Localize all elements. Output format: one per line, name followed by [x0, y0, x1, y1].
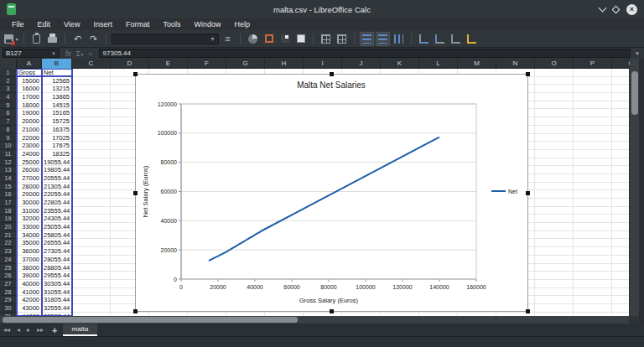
cell-O24[interactable] — [535, 256, 574, 264]
cell-O8[interactable] — [535, 126, 574, 134]
cell-P26[interactable] — [574, 272, 612, 280]
cell-P29[interactable] — [574, 296, 612, 304]
cell-C29[interactable] — [72, 296, 111, 304]
cell-P2[interactable] — [574, 77, 612, 85]
cell-C24[interactable] — [72, 256, 111, 264]
cell-P27[interactable] — [574, 280, 612, 288]
row-header-25[interactable]: 25 — [0, 264, 17, 272]
vertical-scrollbar-thumb[interactable] — [631, 71, 638, 115]
cell-C4[interactable] — [72, 93, 111, 101]
cell-Q3[interactable] — [612, 85, 629, 93]
resize-handle-top-center[interactable] — [330, 72, 334, 76]
row-header-22[interactable]: 22 — [0, 239, 17, 247]
cell-A17[interactable]: 30000 — [17, 199, 42, 207]
cell-Q26[interactable] — [612, 272, 629, 280]
cell-B1[interactable]: Net — [42, 69, 72, 77]
row-header-28[interactable]: 28 — [0, 288, 17, 297]
cell-C13[interactable] — [72, 166, 111, 174]
cell-C25[interactable] — [72, 264, 111, 272]
cell-P18[interactable] — [574, 207, 612, 215]
cell-B25[interactable]: 28805.44 — [42, 264, 72, 272]
cell-B27[interactable]: 30305.44 — [42, 280, 72, 288]
cell-O11[interactable] — [535, 150, 574, 158]
cell-B3[interactable]: 13215 — [42, 85, 72, 93]
paste-button[interactable] — [29, 32, 44, 46]
cell-P30[interactable] — [574, 304, 612, 313]
cell-C23[interactable] — [72, 247, 111, 256]
all-axes-button[interactable] — [449, 32, 463, 46]
first-sheet-icon[interactable]: ◂◂ — [0, 326, 13, 334]
cell-O12[interactable] — [535, 158, 574, 167]
cell-O28[interactable] — [535, 288, 574, 297]
row-header-13[interactable]: 13 — [0, 166, 17, 174]
cell-C18[interactable] — [72, 207, 111, 215]
column-header-p[interactable]: P — [574, 59, 612, 69]
cell-C5[interactable] — [72, 101, 111, 110]
cell-Q9[interactable] — [612, 134, 629, 142]
cell-A7[interactable]: 20000 — [17, 117, 42, 126]
cell-C1[interactable] — [72, 69, 111, 77]
cell-A1[interactable]: Gross — [17, 69, 42, 77]
cell-C27[interactable] — [72, 280, 111, 288]
chart-object[interactable]: 0200004000060000800001000001200000200004… — [135, 74, 528, 312]
data-table-button[interactable] — [319, 32, 333, 46]
resize-handle-bottom-center[interactable] — [330, 309, 334, 313]
cell-O10[interactable] — [535, 142, 574, 150]
redo-button[interactable]: ↷ — [86, 32, 101, 46]
cell-C10[interactable] — [72, 142, 111, 150]
column-header-e[interactable]: E — [149, 59, 188, 69]
cell-P14[interactable] — [574, 174, 612, 183]
legend-toggle-button[interactable] — [376, 32, 390, 46]
cell-Q17[interactable] — [612, 199, 629, 207]
cell-C3[interactable] — [72, 85, 111, 93]
cell-P3[interactable] — [574, 85, 612, 93]
spreadsheet-grid[interactable]: 1GrossNet2150001256531600013215417000138… — [0, 69, 629, 316]
cell-O27[interactable] — [535, 280, 574, 288]
cell-B26[interactable]: 29555.44 — [42, 272, 72, 280]
cell-C2[interactable] — [72, 77, 111, 85]
cell-P20[interactable] — [574, 223, 612, 231]
cell-O15[interactable] — [535, 183, 574, 191]
format-selection-button[interactable]: ≡ — [221, 32, 235, 46]
menu-item-tools[interactable]: Tools — [156, 20, 187, 28]
cell-A15[interactable]: 28000 — [17, 183, 42, 191]
column-header-k[interactable]: K — [381, 59, 419, 69]
data-ranges-button[interactable] — [335, 32, 349, 46]
cell-B21[interactable]: 25805.44 — [42, 231, 72, 240]
row-header-12[interactable]: 12 — [0, 158, 17, 167]
close-icon[interactable]: × — [626, 4, 637, 15]
cell-O26[interactable] — [535, 272, 574, 280]
name-box[interactable]: B127▼ — [3, 49, 60, 58]
cell-Q11[interactable] — [612, 150, 629, 158]
cell-P15[interactable] — [574, 183, 612, 191]
cell-B2[interactable]: 12565 — [42, 77, 72, 85]
function-wizard-icon[interactable]: fx — [65, 49, 71, 58]
expand-formula-bar-icon[interactable]: ▼ — [631, 51, 644, 56]
column-header-a[interactable]: A — [17, 59, 42, 69]
row-header-24[interactable]: 24 — [0, 256, 17, 264]
cell-C15[interactable] — [72, 183, 111, 191]
cell-Q23[interactable] — [612, 247, 629, 256]
resize-handle-middle-right[interactable] — [526, 191, 530, 195]
cell-C20[interactable] — [72, 223, 111, 231]
horizontal-scrollbar[interactable] — [0, 316, 629, 324]
cell-B30[interactable]: 32555.44 — [42, 304, 72, 313]
resize-handle-middle-left[interactable] — [133, 191, 138, 195]
cell-Q30[interactable] — [612, 304, 629, 313]
cell-Q4[interactable] — [612, 93, 629, 101]
cell-B16[interactable]: 22055.44 — [42, 190, 72, 199]
menu-item-edit[interactable]: Edit — [31, 20, 58, 28]
cell-A4[interactable]: 17000 — [17, 93, 42, 101]
cell-Q16[interactable] — [612, 190, 629, 199]
menu-item-file[interactable]: File — [5, 20, 31, 28]
cell-A3[interactable]: 16000 — [17, 85, 42, 93]
last-sheet-icon[interactable]: ▸▸ — [34, 326, 47, 334]
cell-C16[interactable] — [72, 190, 111, 199]
sum-icon[interactable]: Σ ▾ — [76, 49, 84, 58]
cell-Q2[interactable] — [612, 77, 629, 85]
select-all-corner[interactable] — [0, 59, 17, 69]
cell-Q5[interactable] — [612, 101, 629, 110]
chart-type-button[interactable] — [246, 32, 260, 46]
cell-C12[interactable] — [72, 158, 111, 167]
cell-O7[interactable] — [535, 117, 574, 126]
